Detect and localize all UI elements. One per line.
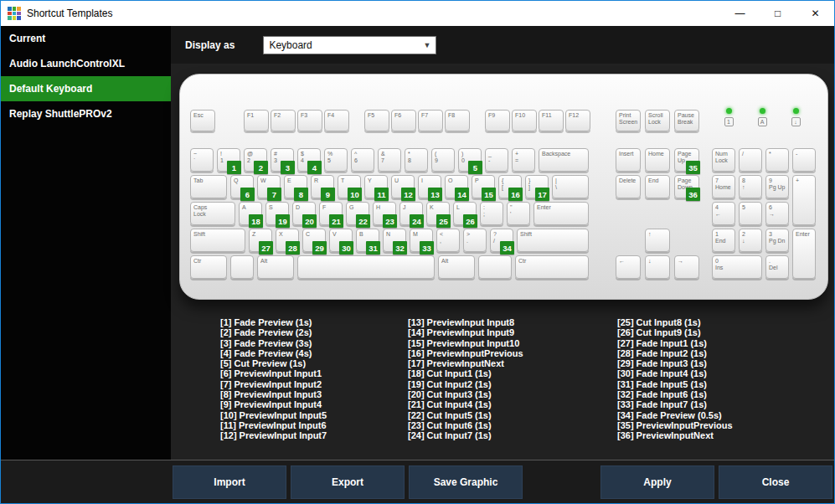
key-label: * 8 (408, 151, 411, 163)
key-label: Ctr (518, 258, 526, 265)
keyboard-key: Ctr (190, 255, 227, 279)
key-label: 6 → (769, 204, 775, 217)
shortcut-number-badge: 9 (321, 188, 335, 201)
keyboard-key: @ 22 (244, 148, 267, 172)
shortcut-number-badge: 3 (281, 161, 295, 174)
keyboard-key: 7 Home (712, 175, 735, 198)
key-label: Ctr (193, 258, 201, 265)
shortcut-entry: [36] PreviewInputNext (617, 430, 733, 440)
minimize-button[interactable]: — (721, 1, 759, 26)
display-as-dropdown[interactable]: Keyboard ▼ (263, 36, 436, 54)
key-label: F7 (421, 112, 428, 119)
logo-tile (17, 12, 21, 16)
sidebar-item-audio-launchcontrolxl[interactable]: Audio LaunchControlXL (1, 51, 171, 76)
key-label: A (242, 204, 246, 211)
keyboard-key: ^ 6 (351, 148, 374, 172)
content-column: Display as Keyboard ▼ EscF1F2F3F4F5F6F7F… (171, 26, 834, 460)
key-label: Alt (260, 258, 267, 265)
shortcut-number-badge: 23 (383, 214, 397, 228)
shortcut-entry: [3] Fade Preview (3s) (220, 338, 327, 348)
key-label: Enter (537, 204, 551, 211)
key-label: % 5 (327, 151, 332, 163)
apply-button[interactable]: Apply (600, 465, 714, 499)
shortcut-entry: [23] Cut Input6 (1s) (408, 420, 523, 430)
shortcut-number-badge: 1 (227, 161, 241, 174)
key-label: ~ ` (193, 151, 197, 163)
shortcut-entry: [21] Cut Input4 (1s) (408, 399, 523, 409)
keyboard-key: A18 (239, 202, 262, 225)
shortcut-entry: [12] PreviewInput Input7 (220, 430, 327, 440)
keyboard-key: 8 ↑ (739, 175, 762, 198)
shortcut-entry: [9] PreviewInput Input4 (220, 399, 327, 409)
key-label: | \ (555, 177, 557, 190)
key-label: Insert (619, 151, 634, 157)
shortcut-number-badge: 7 (267, 188, 281, 201)
shortcut-number-badge: 31 (366, 241, 380, 255)
key-label: Shift (520, 231, 532, 238)
keyboard-key: F12 (565, 110, 590, 131)
key-label: 2 ↓ (742, 231, 745, 244)
keyboard-key: Shift (190, 229, 245, 252)
keyboard-key: ) 05 (458, 148, 482, 172)
keyboard-key: U12 (391, 175, 415, 198)
keyboard-key: Y11 (364, 175, 388, 198)
keyboard-key: O14 (445, 175, 468, 198)
keyboard-key: ! 11 (217, 148, 240, 172)
logo-tile (17, 16, 21, 20)
sidebar-item-replay-shuttleprov2[interactable]: Replay ShuttlePROv2 (1, 101, 171, 126)
shortcut-entry: [17] PreviewInputNext (408, 358, 523, 368)
key-label: F3 (301, 112, 307, 119)
keyboard-key: Enter (533, 202, 589, 225)
shortcut-number-badge: 5 (468, 161, 482, 174)
import-button[interactable]: Import (173, 465, 286, 499)
shortcut-number-badge: 34 (500, 241, 514, 255)
keyboard-key: F4 (324, 110, 349, 131)
shortcut-entry: [31] Fade Input5 (1s) (617, 379, 733, 389)
keyboard-key: Alt (438, 255, 475, 279)
key-label: F (322, 204, 326, 211)
keyboard-key: - (792, 148, 816, 172)
export-button[interactable]: Export (291, 465, 405, 499)
keyboard-key: End (645, 175, 670, 198)
shortcut-entry: [22] Cut Input5 (1s) (408, 410, 523, 420)
key-label: C (306, 231, 310, 238)
shortcut-entry: [30] Fade Input4 (1s) (617, 368, 733, 378)
sidebar-item-default-keyboard[interactable]: Default Keyboard (1, 76, 171, 101)
keyboard-key: * (765, 148, 789, 172)
shortcut-entry: [35] PreviewInputPrevious (617, 420, 733, 430)
keyboard-key: F1 (244, 110, 269, 131)
shortcut-number-badge: 8 (294, 188, 308, 201)
close-button[interactable]: Close (719, 465, 832, 499)
key-label: P (475, 177, 479, 184)
shortcut-entry: [19] Cut Input2 (1s) (408, 379, 523, 389)
key-label: T (341, 177, 344, 184)
keyboard-key: } ]17 (525, 175, 549, 198)
key-label: Num Lock (715, 151, 728, 163)
shortcut-column: [13] PreviewInput Input8[14] PreviewInpu… (408, 317, 523, 441)
led-light-icon (760, 108, 765, 114)
key-label: 3 Pg Dn (769, 231, 785, 244)
key-label: L (456, 204, 460, 211)
footer-bar: ImportExportSave GraphicApplyClose (1, 460, 834, 503)
key-label: N (386, 231, 390, 238)
key-label: Q (234, 177, 238, 184)
maximize-button[interactable]: □ (759, 1, 796, 26)
keyboard-key: ? /34 (490, 229, 513, 252)
shortcut-number-badge: 11 (374, 188, 389, 201)
keyboard-key: Home (645, 148, 670, 172)
key-label: F9 (488, 112, 495, 119)
keyboard-key: & 7 (378, 148, 401, 172)
shortcut-entry: [32] Fade Input6 (1s) (617, 389, 733, 399)
key-label: → (678, 258, 683, 265)
keyboard-key: Delete (616, 175, 641, 198)
close-button-titlebar[interactable]: ✕ (796, 1, 834, 26)
keyboard-key: C29 (302, 229, 326, 252)
led-indicator: 1 (723, 108, 734, 126)
shortcut-entry: [18] Cut Input1 (1s) (408, 368, 523, 378)
save-graphic-button[interactable]: Save Graphic (409, 465, 523, 499)
sidebar-item-current[interactable]: Current (1, 26, 171, 51)
keyboard-key: F11 (539, 110, 564, 131)
keyboard-key: X28 (276, 229, 299, 252)
keyboard-key: Num Lock (712, 148, 735, 172)
keyboard-key: Tab (190, 175, 227, 198)
